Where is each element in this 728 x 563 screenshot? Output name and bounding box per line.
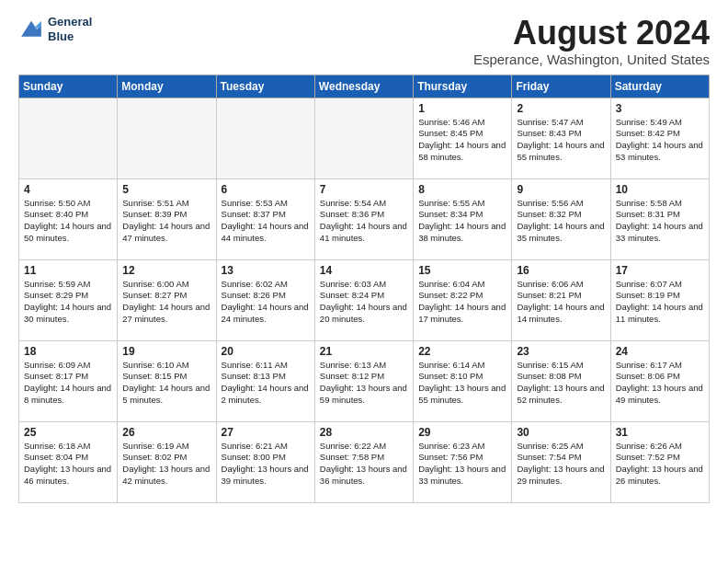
weekday-header-thursday: Thursday [414, 75, 512, 98]
week-row-3: 11Sunrise: 5:59 AM Sunset: 8:29 PM Dayli… [19, 259, 710, 340]
calendar-cell: 15Sunrise: 6:04 AM Sunset: 8:22 PM Dayli… [414, 259, 512, 340]
calendar-cell: 29Sunrise: 6:23 AM Sunset: 7:56 PM Dayli… [414, 421, 512, 502]
day-info: Sunrise: 6:03 AM Sunset: 8:24 PM Dayligh… [320, 279, 408, 326]
calendar-cell: 4Sunrise: 5:50 AM Sunset: 8:40 PM Daylig… [19, 178, 118, 259]
day-info: Sunrise: 6:23 AM Sunset: 7:56 PM Dayligh… [418, 441, 506, 488]
day-info: Sunrise: 6:06 AM Sunset: 8:21 PM Dayligh… [517, 279, 605, 326]
day-info: Sunrise: 6:21 AM Sunset: 8:00 PM Dayligh… [222, 441, 310, 488]
day-number: 31 [616, 426, 704, 439]
calendar-cell: 23Sunrise: 6:15 AM Sunset: 8:08 PM Dayli… [512, 340, 610, 421]
day-number: 26 [122, 426, 210, 439]
calendar-title: August 2024 [473, 15, 710, 52]
calendar-cell: 14Sunrise: 6:03 AM Sunset: 8:24 PM Dayli… [314, 259, 413, 340]
day-number: 5 [122, 183, 210, 196]
day-number: 11 [24, 264, 112, 277]
weekday-header-saturday: Saturday [610, 75, 709, 98]
day-info: Sunrise: 5:54 AM Sunset: 8:36 PM Dayligh… [320, 198, 408, 245]
day-number: 1 [418, 102, 506, 115]
weekday-header-tuesday: Tuesday [216, 75, 314, 98]
calendar-cell: 16Sunrise: 6:06 AM Sunset: 8:21 PM Dayli… [512, 259, 610, 340]
day-info: Sunrise: 6:13 AM Sunset: 8:12 PM Dayligh… [320, 360, 408, 407]
day-number: 28 [320, 426, 408, 439]
svg-marker-2 [34, 20, 41, 28]
day-info: Sunrise: 6:25 AM Sunset: 7:54 PM Dayligh… [517, 441, 605, 488]
calendar-cell: 30Sunrise: 6:25 AM Sunset: 7:54 PM Dayli… [512, 421, 610, 502]
weekday-header-monday: Monday [118, 75, 216, 98]
day-number: 27 [222, 426, 310, 439]
day-info: Sunrise: 6:26 AM Sunset: 7:52 PM Dayligh… [616, 441, 704, 488]
calendar-cell [19, 98, 118, 178]
day-info: Sunrise: 6:18 AM Sunset: 8:04 PM Dayligh… [24, 441, 112, 488]
day-number: 10 [616, 183, 704, 196]
calendar-cell: 21Sunrise: 6:13 AM Sunset: 8:12 PM Dayli… [314, 340, 413, 421]
logo-line1: General [48, 15, 92, 29]
weekday-header-sunday: Sunday [19, 75, 118, 98]
calendar-table: SundayMondayTuesdayWednesdayThursdayFrid… [18, 75, 710, 503]
calendar-cell: 1Sunrise: 5:46 AM Sunset: 8:45 PM Daylig… [414, 98, 512, 178]
day-number: 29 [418, 426, 506, 439]
calendar-cell: 3Sunrise: 5:49 AM Sunset: 8:42 PM Daylig… [610, 98, 709, 178]
calendar-cell: 18Sunrise: 6:09 AM Sunset: 8:17 PM Dayli… [19, 340, 118, 421]
calendar-cell: 25Sunrise: 6:18 AM Sunset: 8:04 PM Dayli… [19, 421, 118, 502]
day-number: 9 [517, 183, 605, 196]
calendar-cell: 7Sunrise: 5:54 AM Sunset: 8:36 PM Daylig… [314, 178, 413, 259]
day-number: 18 [24, 345, 112, 358]
calendar-cell: 24Sunrise: 6:17 AM Sunset: 8:06 PM Dayli… [610, 340, 709, 421]
calendar-body: 1Sunrise: 5:46 AM Sunset: 8:45 PM Daylig… [19, 98, 710, 502]
day-number: 23 [517, 345, 605, 358]
day-info: Sunrise: 5:50 AM Sunset: 8:40 PM Dayligh… [24, 198, 112, 245]
calendar-cell: 27Sunrise: 6:21 AM Sunset: 8:00 PM Dayli… [216, 421, 314, 502]
calendar-cell: 11Sunrise: 5:59 AM Sunset: 8:29 PM Dayli… [19, 259, 118, 340]
weekday-header-friday: Friday [512, 75, 610, 98]
calendar-cell: 28Sunrise: 6:22 AM Sunset: 7:58 PM Dayli… [314, 421, 413, 502]
calendar-cell [314, 98, 413, 178]
day-info: Sunrise: 6:19 AM Sunset: 8:02 PM Dayligh… [122, 441, 210, 488]
calendar-cell: 17Sunrise: 6:07 AM Sunset: 8:19 PM Dayli… [610, 259, 709, 340]
day-info: Sunrise: 5:51 AM Sunset: 8:39 PM Dayligh… [122, 198, 210, 245]
day-info: Sunrise: 6:11 AM Sunset: 8:13 PM Dayligh… [222, 360, 310, 407]
week-row-1: 1Sunrise: 5:46 AM Sunset: 8:45 PM Daylig… [19, 98, 710, 178]
day-info: Sunrise: 6:07 AM Sunset: 8:19 PM Dayligh… [616, 279, 704, 326]
calendar-cell: 22Sunrise: 6:14 AM Sunset: 8:10 PM Dayli… [414, 340, 512, 421]
day-number: 16 [517, 264, 605, 277]
day-number: 13 [222, 264, 310, 277]
calendar-header: SundayMondayTuesdayWednesdayThursdayFrid… [19, 75, 710, 98]
calendar-cell: 20Sunrise: 6:11 AM Sunset: 8:13 PM Dayli… [216, 340, 314, 421]
day-info: Sunrise: 6:15 AM Sunset: 8:08 PM Dayligh… [517, 360, 605, 407]
calendar-cell: 5Sunrise: 5:51 AM Sunset: 8:39 PM Daylig… [118, 178, 216, 259]
week-row-4: 18Sunrise: 6:09 AM Sunset: 8:17 PM Dayli… [19, 340, 710, 421]
calendar-cell: 19Sunrise: 6:10 AM Sunset: 8:15 PM Dayli… [118, 340, 216, 421]
day-info: Sunrise: 5:55 AM Sunset: 8:34 PM Dayligh… [418, 198, 506, 245]
day-info: Sunrise: 6:10 AM Sunset: 8:15 PM Dayligh… [122, 360, 210, 407]
calendar-cell [118, 98, 216, 178]
day-info: Sunrise: 6:14 AM Sunset: 8:10 PM Dayligh… [418, 360, 506, 407]
calendar-cell: 26Sunrise: 6:19 AM Sunset: 8:02 PM Dayli… [118, 421, 216, 502]
svg-marker-1 [21, 20, 41, 36]
day-info: Sunrise: 6:17 AM Sunset: 8:06 PM Dayligh… [616, 360, 704, 407]
day-number: 2 [517, 102, 605, 115]
calendar-cell: 6Sunrise: 5:53 AM Sunset: 8:37 PM Daylig… [216, 178, 314, 259]
day-info: Sunrise: 6:09 AM Sunset: 8:17 PM Dayligh… [24, 360, 112, 407]
title-block: August 2024 Esperance, Washington, Unite… [473, 15, 710, 67]
day-info: Sunrise: 6:22 AM Sunset: 7:58 PM Dayligh… [320, 441, 408, 488]
day-info: Sunrise: 5:46 AM Sunset: 8:45 PM Dayligh… [418, 117, 506, 164]
week-row-2: 4Sunrise: 5:50 AM Sunset: 8:40 PM Daylig… [19, 178, 710, 259]
week-row-5: 25Sunrise: 6:18 AM Sunset: 8:04 PM Dayli… [19, 421, 710, 502]
day-number: 21 [320, 345, 408, 358]
day-info: Sunrise: 5:49 AM Sunset: 8:42 PM Dayligh… [616, 117, 704, 164]
day-info: Sunrise: 5:53 AM Sunset: 8:37 PM Dayligh… [222, 198, 310, 245]
calendar-cell: 12Sunrise: 6:00 AM Sunset: 8:27 PM Dayli… [118, 259, 216, 340]
day-info: Sunrise: 5:56 AM Sunset: 8:32 PM Dayligh… [517, 198, 605, 245]
day-number: 22 [418, 345, 506, 358]
day-number: 15 [418, 264, 506, 277]
calendar-cell: 2Sunrise: 5:47 AM Sunset: 8:43 PM Daylig… [512, 98, 610, 178]
day-number: 4 [24, 183, 112, 196]
day-number: 12 [122, 264, 210, 277]
day-number: 25 [24, 426, 112, 439]
day-info: Sunrise: 6:04 AM Sunset: 8:22 PM Dayligh… [418, 279, 506, 326]
day-number: 19 [122, 345, 210, 358]
day-number: 8 [418, 183, 506, 196]
day-info: Sunrise: 5:47 AM Sunset: 8:43 PM Dayligh… [517, 117, 605, 164]
header: General Blue August 2024 Esperance, Wash… [18, 15, 710, 67]
day-number: 17 [616, 264, 704, 277]
